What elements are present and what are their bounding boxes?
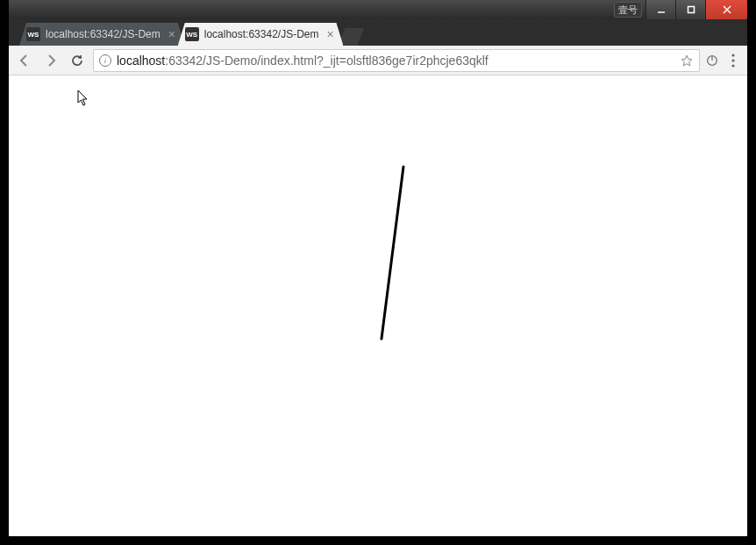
url-text: localhost:63342/JS-Demo/index.html?_ijt=… <box>117 54 674 68</box>
svg-point-8 <box>731 64 734 67</box>
extension-icon[interactable] <box>705 54 719 68</box>
address-bar[interactable]: i localhost:63342/JS-Demo/index.html?_ij… <box>93 49 700 72</box>
tab-title: localhost:63342/JS-Dem <box>46 28 160 40</box>
tab-active[interactable]: WS localhost:63342/JS-Dem × <box>178 23 344 46</box>
toolbar: i localhost:63342/JS-Demo/index.html?_ij… <box>9 46 747 75</box>
forward-button[interactable] <box>40 50 61 71</box>
favicon-icon: WS <box>185 27 199 41</box>
line-segment <box>382 167 403 339</box>
window-titlebar: 壹号 <box>9 0 747 19</box>
minimize-button[interactable] <box>645 0 675 19</box>
tab-close-icon[interactable]: × <box>324 28 336 40</box>
page-content <box>9 75 747 536</box>
drawn-line <box>9 75 747 536</box>
tab-inactive[interactable]: WS localhost:63342/JS-Dem × <box>19 23 185 46</box>
menu-button[interactable] <box>724 50 742 71</box>
favicon-icon: WS <box>26 27 40 41</box>
maximize-button[interactable] <box>675 0 705 19</box>
svg-rect-1 <box>688 7 694 13</box>
tab-strip: WS localhost:63342/JS-Dem × WS localhost… <box>9 19 747 46</box>
browser-window: 壹号 WS localhost:63342/JS-Dem × WS localh… <box>9 0 747 536</box>
close-button[interactable] <box>705 0 747 19</box>
bookmark-star-icon[interactable] <box>680 54 694 68</box>
back-button[interactable] <box>14 50 35 71</box>
tab-close-icon[interactable]: × <box>166 28 178 40</box>
svg-point-7 <box>731 59 734 61</box>
tab-title: localhost:63342/JS-Dem <box>204 28 319 40</box>
svg-point-6 <box>731 54 734 56</box>
site-info-icon[interactable]: i <box>99 54 111 67</box>
reload-button[interactable] <box>67 50 88 71</box>
ime-badge[interactable]: 壹号 <box>614 2 642 18</box>
